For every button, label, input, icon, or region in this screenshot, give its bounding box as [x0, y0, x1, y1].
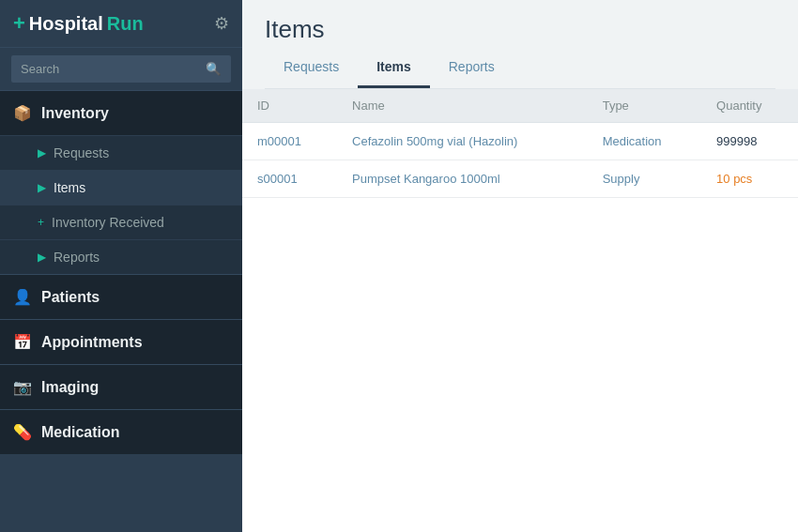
logo-plus: +: [13, 11, 25, 36]
row1-type: Medication: [588, 123, 701, 160]
items-table-container: ID Name Type Quantity m00001 Cefazolin 5…: [242, 89, 798, 532]
inventory-received-arrow: +: [38, 216, 44, 229]
logo-run-text: Run: [107, 13, 144, 35]
inventory-icon: 📦: [13, 104, 32, 122]
col-id: ID: [242, 89, 337, 123]
requests-arrow: ▶: [38, 146, 46, 160]
medication-icon: 💊: [13, 423, 32, 441]
sidebar-header: + HospitalRun ⚙: [0, 0, 242, 47]
row2-id: s00001: [242, 160, 337, 198]
tab-items[interactable]: Items: [358, 48, 430, 88]
sidebar-item-appointments[interactable]: 📅 Appointments: [0, 319, 242, 364]
inventory-received-label: Inventory Received: [52, 215, 164, 230]
tabs-bar: Requests Items Reports: [265, 48, 775, 89]
reports-arrow: ▶: [38, 251, 46, 264]
row2-quantity: 10 pcs: [701, 160, 798, 198]
col-name: Name: [337, 89, 588, 123]
sidebar-item-inventory[interactable]: 📦 Inventory: [0, 90, 242, 135]
sidebar-item-inventory-received[interactable]: + Inventory Received: [0, 205, 242, 239]
sidebar-item-reports[interactable]: ▶ Reports: [0, 239, 242, 274]
sidebar-item-items[interactable]: ▶ Items: [0, 170, 242, 205]
row2-type: Supply: [588, 160, 701, 198]
search-container: 🔍: [0, 47, 242, 90]
col-type: Type: [588, 89, 701, 123]
row1-quantity: 999998: [701, 123, 798, 160]
inventory-label: Inventory: [41, 105, 109, 122]
sidebar-item-imaging[interactable]: 📷 Imaging: [0, 364, 242, 409]
imaging-label: Imaging: [41, 379, 99, 396]
table-header-row: ID Name Type Quantity: [242, 89, 798, 123]
tab-requests[interactable]: Requests: [265, 48, 358, 88]
logo-hospital-text: Hospital: [29, 13, 103, 35]
sidebar-item-requests[interactable]: ▶ Requests: [0, 135, 242, 170]
tab-reports[interactable]: Reports: [430, 48, 514, 88]
col-quantity: Quantity: [701, 89, 798, 123]
search-button[interactable]: 🔍: [196, 55, 231, 83]
sidebar-item-medication[interactable]: 💊 Medication: [0, 409, 242, 454]
patients-label: Patients: [41, 289, 100, 306]
requests-label: Requests: [54, 145, 109, 160]
table-row[interactable]: s00001 Pumpset Kangaroo 1000ml Supply 10…: [242, 160, 798, 198]
table-row[interactable]: m00001 Cefazolin 500mg vial (Hazolin) Me…: [242, 123, 798, 160]
sidebar-item-patients[interactable]: 👤 Patients: [0, 274, 242, 319]
patients-icon: 👤: [13, 288, 32, 306]
row1-id: m00001: [242, 123, 337, 160]
search-input[interactable]: [11, 55, 196, 83]
logo: + HospitalRun: [13, 11, 144, 36]
row2-name: Pumpset Kangaroo 1000ml: [337, 160, 588, 198]
items-label: Items: [54, 180, 85, 195]
appointments-icon: 📅: [13, 333, 32, 351]
imaging-icon: 📷: [13, 378, 32, 396]
medication-label: Medication: [41, 424, 120, 441]
row1-name: Cefazolin 500mg vial (Hazolin): [337, 123, 588, 160]
page-title: Items: [265, 15, 775, 44]
page-header: Items Requests Items Reports: [242, 0, 798, 89]
main-content: Items Requests Items Reports ID Name Typ…: [242, 0, 798, 532]
items-table: ID Name Type Quantity m00001 Cefazolin 5…: [242, 89, 798, 198]
reports-label: Reports: [54, 250, 100, 265]
settings-icon[interactable]: ⚙: [214, 13, 229, 34]
items-arrow: ▶: [38, 181, 46, 194]
sidebar: + HospitalRun ⚙ 🔍 📦 Inventory ▶ Requests…: [0, 0, 242, 532]
appointments-label: Appointments: [41, 334, 143, 351]
